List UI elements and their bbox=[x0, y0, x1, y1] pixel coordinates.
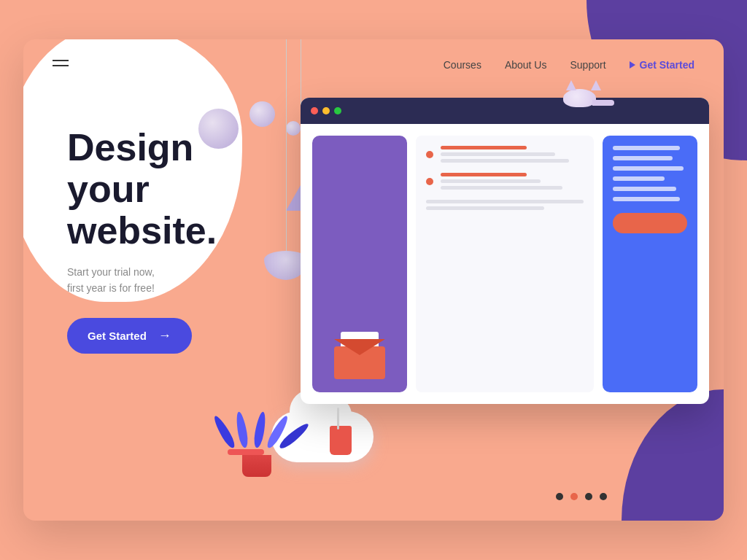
side-line-1 bbox=[613, 146, 680, 150]
content-line-accent-2 bbox=[441, 173, 527, 176]
envelope-flap bbox=[334, 339, 385, 355]
nav-links: Courses About Us Support Get Started bbox=[444, 59, 694, 71]
email-card bbox=[312, 136, 407, 392]
leaf-3 bbox=[252, 411, 268, 448]
side-button bbox=[613, 213, 687, 233]
browser-body bbox=[301, 124, 709, 404]
hero-cta-button[interactable]: Get Started → bbox=[67, 318, 192, 354]
leaf-1 bbox=[212, 414, 237, 450]
browser-window bbox=[301, 98, 709, 404]
hero-title: Design your website. bbox=[67, 127, 217, 252]
cup-straw bbox=[337, 408, 339, 429]
cat-body bbox=[563, 89, 596, 107]
indicator-dot-4[interactable] bbox=[600, 493, 607, 500]
side-panel bbox=[603, 136, 697, 392]
browser-dot-red bbox=[311, 107, 318, 114]
cup-body bbox=[330, 426, 352, 455]
indicator-dot-1[interactable] bbox=[556, 493, 563, 500]
main-card: Courses About Us Support Get Started Des… bbox=[23, 39, 724, 521]
plant-decoration bbox=[228, 411, 286, 477]
content-row-1 bbox=[426, 146, 584, 163]
bg-arc-bottom-right bbox=[622, 389, 724, 521]
content-lines-3 bbox=[426, 200, 584, 210]
navbar: Courses About Us Support Get Started bbox=[23, 39, 724, 90]
side-line-4 bbox=[613, 176, 665, 181]
cat-decoration bbox=[563, 89, 600, 114]
indicator-dot-3[interactable] bbox=[585, 493, 592, 500]
hero-subtitle: Start your trial now, first year is for … bbox=[67, 264, 217, 297]
content-dot-2 bbox=[426, 178, 433, 185]
content-line-3 bbox=[441, 179, 541, 183]
content-lines-1 bbox=[441, 146, 584, 163]
envelope-icon bbox=[334, 339, 385, 379]
hero-cta-label: Get Started bbox=[88, 330, 147, 342]
dots-indicator bbox=[556, 493, 607, 500]
plant-pot bbox=[242, 455, 271, 477]
leaf-2 bbox=[234, 411, 249, 448]
browser-toolbar bbox=[301, 98, 709, 124]
nav-courses[interactable]: Courses bbox=[444, 59, 481, 71]
indicator-dot-2[interactable] bbox=[570, 493, 578, 500]
browser-dot-green bbox=[334, 107, 341, 114]
content-line-2 bbox=[441, 159, 569, 163]
content-line-5 bbox=[426, 200, 584, 203]
hamburger-menu[interactable] bbox=[53, 60, 69, 66]
cat-tail bbox=[592, 100, 614, 106]
browser-dot-yellow bbox=[322, 107, 330, 114]
nav-cta-label: Get Started bbox=[640, 59, 694, 71]
nav-about[interactable]: About Us bbox=[505, 59, 547, 71]
nav-support[interactable]: Support bbox=[570, 59, 605, 71]
content-dot-1 bbox=[426, 151, 433, 158]
content-line-1 bbox=[441, 152, 555, 156]
side-line-5 bbox=[613, 187, 676, 191]
content-line-4 bbox=[441, 186, 562, 190]
side-line-6 bbox=[613, 197, 680, 201]
side-line-2 bbox=[613, 156, 673, 160]
content-lines-2 bbox=[441, 173, 584, 190]
content-line-6 bbox=[426, 206, 544, 210]
drink-cup-decoration bbox=[330, 426, 352, 455]
nav-cta[interactable]: Get Started bbox=[630, 59, 694, 71]
content-row-2 bbox=[426, 173, 584, 190]
content-panel bbox=[416, 136, 594, 392]
play-icon bbox=[630, 61, 635, 69]
side-line-3 bbox=[613, 166, 684, 171]
content-line-accent-1 bbox=[441, 146, 527, 149]
hero-section: Design your website. Start your trial no… bbox=[67, 127, 217, 354]
content-row-3 bbox=[426, 200, 584, 210]
plant-leaves bbox=[228, 411, 286, 448]
plant-pot-rim bbox=[228, 449, 264, 455]
arrow-icon: → bbox=[158, 328, 171, 343]
